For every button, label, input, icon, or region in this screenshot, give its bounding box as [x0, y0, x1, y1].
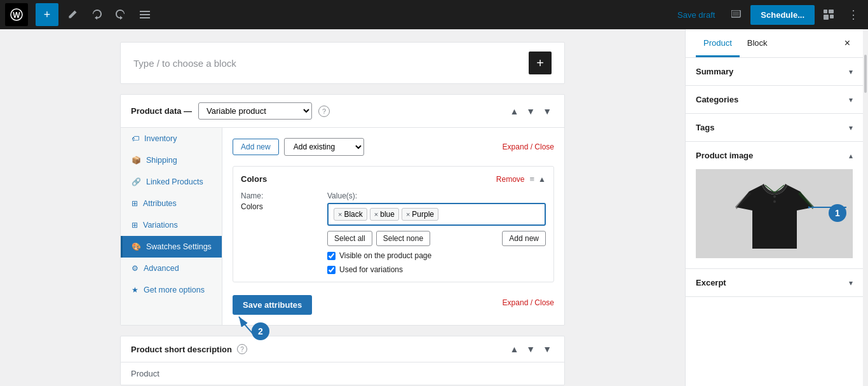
short-desc-arrows: ▲ ▼ ▼ [507, 343, 554, 355]
panel-product-image-title: Product image [696, 151, 849, 160]
visible-label: Visible on the product page [339, 251, 431, 260]
name-label: Name: [241, 191, 317, 200]
panel-product-image-header[interactable]: Product image ▴ [686, 142, 863, 169]
colors-values-col: Value(s): × Black × blue [327, 191, 546, 274]
tab-block[interactable]: Block [740, 29, 775, 57]
tag-input[interactable] [441, 210, 539, 219]
product-type-select[interactable]: Variable product Simple product Grouped … [198, 102, 312, 120]
right-sidebar: Product Block × Summary ▾ Categories ▾ T… [685, 29, 863, 386]
add-block-inline-button[interactable]: + [529, 52, 552, 74]
save-attributes-button[interactable]: Save attributes [233, 295, 312, 315]
visible-checkbox-row: Visible on the product page [327, 251, 546, 260]
remove-link[interactable]: Remove [496, 175, 525, 184]
shipping-label: Shipping [146, 156, 177, 165]
short-desc-header: Product short description ? ▲ ▼ ▼ [121, 336, 564, 362]
get-more-label: Get more options [144, 286, 205, 294]
short-desc-section: Product short description ? ▲ ▼ ▼ Produc… [120, 336, 565, 385]
tag-purple-remove[interactable]: × [406, 210, 410, 218]
short-desc-collapse[interactable]: ▼ [540, 343, 554, 355]
inventory-icon: 🏷 [132, 134, 139, 143]
panel-categories: Categories ▾ [686, 86, 863, 114]
sidebar-item-advanced[interactable]: ⚙ Advanced [121, 258, 222, 279]
svg-rect-9 [824, 15, 829, 20]
shipping-icon: 📦 [132, 156, 141, 165]
add-new-value-button[interactable]: Add new [502, 231, 546, 246]
help-icon[interactable]: ? [318, 106, 330, 117]
colors-row: Name: Colors Value(s): × Black [241, 191, 546, 274]
visible-checkbox[interactable] [327, 252, 336, 260]
colors-section: Colors Remove ≡ ▲ Name: Colors Value(s [233, 166, 554, 282]
short-desc-down[interactable]: ▼ [524, 343, 538, 355]
sidebar-item-variations[interactable]: ⊞ Variations [121, 214, 222, 236]
placeholder-text: Type / to choose a block [133, 58, 236, 69]
editor-area: Type / to choose a block + Product data … [0, 29, 685, 386]
wp-logo[interactable]: W [5, 3, 28, 26]
expand-close-link[interactable]: Expand / Close [503, 142, 554, 151]
sidebar-item-get-more-options[interactable]: ★ Get more options [121, 279, 222, 301]
inventory-label: Inventory [144, 134, 177, 143]
tags-input-wrapper[interactable]: × Black × blue × Purple [327, 203, 546, 226]
schedule-button[interactable]: Schedule... [750, 5, 815, 25]
panel-excerpt: Excerpt ▾ [686, 269, 863, 297]
sidebar-item-inventory[interactable]: 🏷 Inventory [121, 128, 222, 149]
product-image-svg [724, 172, 825, 255]
add-existing-select[interactable]: Add existing [284, 138, 364, 156]
sidebar-close-button[interactable]: × [842, 35, 853, 52]
arrow-down-button[interactable]: ▼ [524, 105, 538, 118]
product-data-section: Product data — Variable product Simple p… [120, 94, 565, 326]
product-image-arrow-icon: ▴ [849, 151, 853, 160]
sidebar-item-attributes[interactable]: ⊞ Attributes [121, 193, 222, 214]
short-desc-help[interactable]: ? [237, 344, 247, 354]
sidebar-item-linked-products[interactable]: 🔗 Linked Products [121, 171, 222, 193]
save-draft-button[interactable]: Save draft [670, 10, 722, 20]
swatches-label: Swatches Settings [146, 242, 212, 251]
view-button[interactable] [726, 4, 747, 25]
arrow-collapse-button[interactable]: ▼ [540, 105, 554, 118]
variations-label: Used for variations [339, 265, 403, 274]
more-options-button[interactable]: ⋮ [843, 4, 863, 25]
scrollbar-thumb[interactable] [864, 55, 867, 93]
redo-button[interactable] [111, 4, 131, 25]
product-data-arrows: ▲ ▼ ▼ [507, 105, 554, 118]
tag-blue-remove[interactable]: × [374, 210, 378, 218]
svg-point-13 [773, 200, 776, 203]
undo-button[interactable] [86, 4, 107, 25]
panel-excerpt-title: Excerpt [696, 278, 849, 287]
panel-product-image: Product image ▴ [686, 142, 863, 269]
colors-title: Colors [241, 174, 496, 184]
panel-tags-title: Tags [696, 123, 849, 132]
select-none-button[interactable]: Select none [376, 231, 430, 246]
settings-button[interactable] [818, 4, 839, 25]
arrow-up-button[interactable]: ▲ [507, 105, 521, 118]
summary-arrow-icon: ▾ [849, 67, 853, 76]
tab-product[interactable]: Product [696, 29, 740, 57]
add-block-button[interactable]: + [36, 3, 58, 26]
scrollbar-track[interactable] [863, 29, 868, 386]
sidebar-item-swatches-settings[interactable]: 🎨 Swatches Settings [121, 236, 222, 258]
get-more-icon: ★ [132, 286, 139, 294]
select-all-button[interactable]: Select all [327, 231, 372, 246]
product-data-body: 🏷 Inventory 📦 Shipping 🔗 Linked Products… [121, 128, 564, 325]
add-new-button[interactable]: Add new [233, 139, 279, 155]
drag-handle[interactable]: ≡ [530, 174, 535, 184]
edit-icon[interactable] [62, 4, 83, 25]
tag-black: × Black [334, 208, 367, 221]
sidebar-item-shipping[interactable]: 📦 Shipping [121, 149, 222, 171]
panel-tags-header[interactable]: Tags ▾ [686, 114, 863, 141]
sidebar-tabs: Product Block × [686, 29, 863, 58]
product-nav: 🏷 Inventory 📦 Shipping 🔗 Linked Products… [121, 128, 222, 325]
tag-black-remove[interactable]: × [338, 210, 342, 218]
panel-summary-header[interactable]: Summary ▾ [686, 58, 863, 85]
colors-name-col: Name: Colors [241, 191, 317, 211]
panel-excerpt-header[interactable]: Excerpt ▾ [686, 269, 863, 296]
expand-close-bottom-link[interactable]: Expand / Close [503, 298, 554, 307]
variations-checkbox[interactable] [327, 266, 336, 274]
collapse-button[interactable]: ▲ [538, 175, 546, 184]
panel-categories-title: Categories [696, 95, 849, 104]
annotation-1: 1 [829, 204, 846, 222]
list-view-button[interactable] [135, 4, 155, 25]
values-label: Value(s): [327, 191, 546, 200]
short-desc-up[interactable]: ▲ [507, 343, 521, 355]
tag-purple: × Purple [402, 208, 438, 221]
panel-categories-header[interactable]: Categories ▾ [686, 86, 863, 113]
